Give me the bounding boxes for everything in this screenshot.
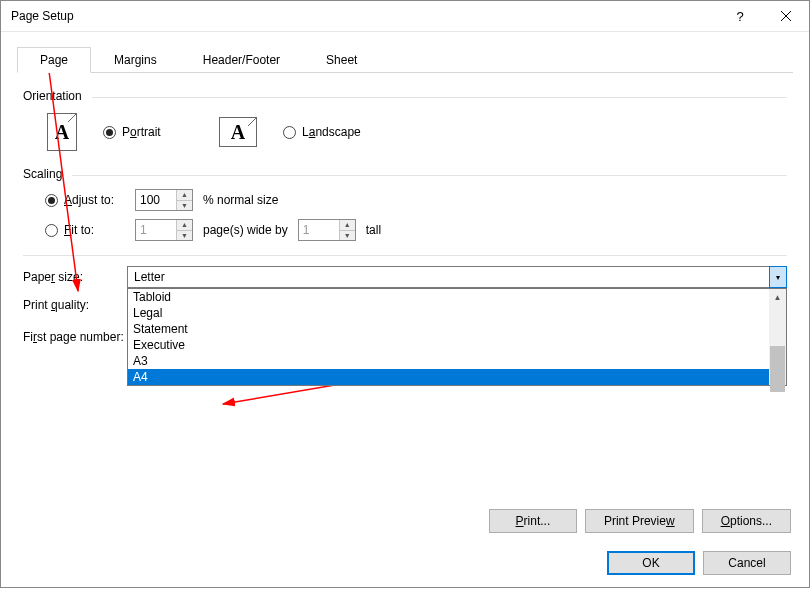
print-quality-label: Print quality: [23, 298, 127, 312]
close-button[interactable] [763, 1, 809, 32]
orientation-group: Orientation [23, 89, 787, 103]
portrait-icon: A [47, 113, 77, 151]
fit-tall-spinner[interactable]: ▲▼ [298, 219, 356, 241]
fit-wide-input[interactable] [136, 220, 176, 240]
paper-size-value: Letter [128, 267, 770, 287]
paper-size-label: Paper size: [23, 270, 127, 284]
option-executive[interactable]: Executive [128, 337, 769, 353]
divider [72, 175, 787, 176]
tab-sheet[interactable]: Sheet [303, 47, 380, 73]
scaling-group: Scaling [23, 167, 787, 181]
option-statement[interactable]: Statement [128, 321, 769, 337]
portrait-radio[interactable]: Portrait [103, 125, 193, 139]
tab-header-footer[interactable]: Header/Footer [180, 47, 303, 73]
scaling-label: Scaling [23, 167, 62, 181]
tab-strip: Page Margins Header/Footer Sheet [17, 46, 793, 72]
options-button[interactable]: Options... [702, 509, 791, 533]
window-title: Page Setup [11, 9, 717, 23]
spin-down-icon[interactable]: ▼ [177, 201, 192, 211]
spin-up-icon[interactable]: ▲ [177, 190, 192, 201]
landscape-radio[interactable]: Landscape [283, 125, 361, 139]
fit-tall-input[interactable] [299, 220, 339, 240]
orientation-label: Orientation [23, 89, 82, 103]
titlebar: Page Setup ? [1, 1, 809, 32]
tab-page[interactable]: Page [17, 47, 91, 73]
divider [92, 97, 787, 98]
action-buttons-row2: OK Cancel [607, 551, 791, 575]
option-a3[interactable]: A3 [128, 353, 769, 369]
adjust-input[interactable] [136, 190, 176, 210]
radio-icon [45, 224, 58, 237]
print-preview-button[interactable]: Print Preview [585, 509, 694, 533]
scroll-up-icon[interactable]: ▲ [769, 289, 786, 306]
tab-margins[interactable]: Margins [91, 47, 180, 73]
spin-up-icon[interactable]: ▲ [340, 220, 355, 231]
chevron-down-icon[interactable]: ▾ [769, 266, 787, 288]
adjust-to-radio[interactable]: Adjust to: [45, 193, 125, 207]
adjust-suffix: % normal size [203, 193, 278, 207]
fit-mid: page(s) wide by [203, 223, 288, 237]
fit-wide-spinner[interactable]: ▲▼ [135, 219, 193, 241]
spin-up-icon[interactable]: ▲ [177, 220, 192, 231]
page-setup-dialog: Page Setup ? Page Margins Header/Footer … [0, 0, 810, 588]
cancel-button[interactable]: Cancel [703, 551, 791, 575]
print-button[interactable]: Print... [489, 509, 577, 533]
spin-down-icon[interactable]: ▼ [340, 231, 355, 241]
landscape-icon: A [219, 117, 257, 147]
paper-size-combo[interactable]: Letter ▾ Tabloid Legal Statement Executi… [127, 266, 787, 288]
orientation-row: A Portrait A Landscape [23, 109, 787, 161]
option-legal[interactable]: Legal [128, 305, 769, 321]
radio-icon [283, 126, 296, 139]
option-a4[interactable]: A4 [128, 369, 769, 385]
radio-icon [103, 126, 116, 139]
divider [23, 255, 787, 256]
paper-size-dropdown: Tabloid Legal Statement Executive A3 A4 … [127, 288, 787, 386]
fit-to-radio[interactable]: Fit to: [45, 223, 125, 237]
option-tabloid[interactable]: Tabloid [128, 289, 769, 305]
dropdown-scrollbar[interactable]: ▲ ▼ [769, 289, 786, 385]
action-buttons-row1: Print... Print Preview Options... [489, 509, 791, 533]
tab-body-page: Orientation A Portrait A Landscape [17, 72, 793, 344]
adjust-spinner[interactable]: ▲▼ [135, 189, 193, 211]
first-page-label: First page number: [23, 330, 124, 344]
spin-down-icon[interactable]: ▼ [177, 231, 192, 241]
fit-suffix: tall [366, 223, 381, 237]
help-button[interactable]: ? [717, 1, 763, 32]
dialog-content: Page Margins Header/Footer Sheet Orienta… [1, 32, 809, 366]
radio-icon [45, 194, 58, 207]
ok-button[interactable]: OK [607, 551, 695, 575]
scroll-thumb[interactable] [770, 346, 785, 392]
